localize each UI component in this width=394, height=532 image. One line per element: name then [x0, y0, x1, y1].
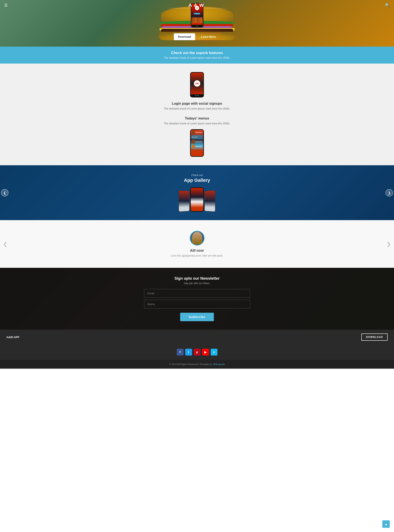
- testimonial-nav-right[interactable]: ❯: [387, 241, 391, 247]
- newsletter-content: Sign upto our Newsletter stay par with o…: [4, 276, 390, 321]
- testimonial-avatar: [190, 231, 205, 246]
- twitter-button[interactable]: t: [185, 349, 192, 356]
- facebook-button[interactable]: f: [177, 349, 184, 356]
- gallery-label: Check out: [4, 174, 390, 177]
- footer-social: f t p ▶ v: [0, 344, 394, 360]
- gallery-phone-left: [178, 190, 190, 212]
- menu-phone: Special Offer: [190, 129, 204, 157]
- name-field[interactable]: [144, 300, 250, 308]
- hero-buttons: Download Learn More: [174, 33, 220, 40]
- learn-more-button[interactable]: Learn More: [197, 33, 220, 40]
- newsletter-subtitle: stay par with our News.: [4, 282, 390, 285]
- feature-phone-logo: AW: [194, 80, 200, 87]
- download-button[interactable]: Download: [174, 33, 195, 40]
- subscribe-button[interactable]: SubScribe: [180, 313, 214, 321]
- footer-top: A&W APP DOWNLOAD: [0, 330, 394, 344]
- search-icon[interactable]: 🔍: [385, 3, 390, 8]
- testimonial-text: Love this app!gravida proin nibh vel vel…: [9, 254, 385, 257]
- vimeo-button[interactable]: v: [211, 349, 218, 356]
- features-banner: Check out the superb features The standa…: [0, 47, 394, 64]
- hero-section: ☰ A & W 🔍 AW Special Offer: [0, 0, 394, 47]
- phone-food-grid: [192, 17, 202, 23]
- gallery-phone-right: [204, 190, 216, 212]
- login-feature-title: Login page with social signups: [4, 102, 390, 106]
- features-section: AW Login page with social signups The st…: [0, 64, 394, 165]
- newsletter-section: Sign upto our Newsletter stay par with o…: [0, 268, 394, 330]
- nav-title: A & W: [8, 3, 385, 8]
- footer-download-button[interactable]: DOWNLOAD: [361, 333, 388, 341]
- youtube-button[interactable]: ▶: [202, 349, 209, 356]
- login-feature-desc: The standard chunk of Lorem Ipsum used s…: [4, 107, 390, 110]
- login-phone: AW: [190, 72, 204, 97]
- testimonial-section: ❮ Alif noor Love this app!gravida proin …: [0, 220, 394, 268]
- nav-bar: ☰ A & W 🔍: [0, 0, 394, 10]
- gallery-title: App Gallery: [4, 178, 390, 183]
- copyright-text: © 2014 All Rights Reserved | Template by: [169, 363, 212, 365]
- gallery-phones: [4, 187, 390, 212]
- features-banner-subtitle: The standard chunk of Lorem Ipsum used s…: [4, 56, 390, 59]
- newsletter-title: Sign upto our Newsletter: [4, 276, 390, 281]
- footer-app-name: A&W APP: [6, 336, 19, 339]
- footer-bottom: © 2014 All Rights Reserved | Template by…: [0, 360, 394, 369]
- features-banner-title: Check out the superb features: [4, 51, 390, 55]
- menus-feature-title: Todays' menus: [4, 117, 390, 120]
- gallery-nav-right[interactable]: ❯: [385, 189, 393, 196]
- avatar-person: [192, 232, 202, 245]
- template-link[interactable]: W3Layouts: [213, 363, 225, 365]
- testimonial-name: Alif noor: [9, 249, 385, 253]
- testimonial-nav-left[interactable]: ❮: [3, 241, 7, 247]
- gallery-phone-center: [190, 187, 204, 212]
- gallery-section: ❮ Check out App Gallery ❯: [0, 165, 394, 220]
- menus-feature-desc: The standard chunk of Lorem Ipsum used s…: [4, 122, 390, 125]
- email-field[interactable]: [144, 289, 250, 298]
- menu-icon[interactable]: ☰: [4, 3, 8, 8]
- special-offer-badge: Special Offer: [194, 13, 200, 14]
- pinterest-button[interactable]: p: [194, 349, 201, 356]
- gallery-nav-left[interactable]: ❮: [1, 189, 9, 196]
